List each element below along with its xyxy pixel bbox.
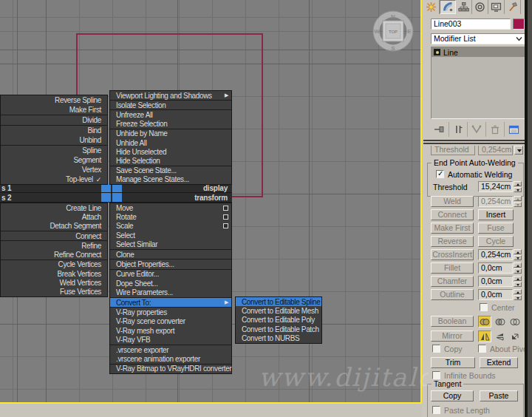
menu-item-v-ray-properties[interactable]: V-Ray properties — [110, 308, 231, 316]
settings-box-icon[interactable] — [223, 223, 228, 228]
modifier-list-dropdown[interactable]: Modifier List — [431, 33, 525, 44]
weld-button[interactable]: Weld — [431, 196, 474, 207]
menu-item-unfreeze-all[interactable]: Unfreeze All — [110, 110, 231, 119]
threshold-spinner[interactable] — [514, 181, 522, 192]
outline-button[interactable]: Outline — [431, 289, 474, 300]
viewcube-west-label[interactable]: W — [374, 28, 380, 35]
cycle-button[interactable]: Cycle — [478, 236, 514, 247]
viewcube[interactable]: N E S W TOP — [372, 10, 415, 52]
configure-modifier-sets-button[interactable] — [505, 122, 523, 137]
chamfer-button[interactable]: Chamfer — [431, 276, 474, 287]
fillet-spinner[interactable] — [514, 262, 522, 274]
menu-item-create-line[interactable]: Create Line — [1, 203, 107, 212]
mirror-button[interactable]: Mirror — [431, 330, 474, 342]
trim-button[interactable]: Trim — [431, 357, 475, 368]
menu-item-unhide-by-name[interactable]: Unhide by Name — [110, 129, 231, 138]
tab-modify[interactable] — [440, 0, 456, 14]
tab-display[interactable] — [488, 0, 505, 14]
modifier-stack-row-line[interactable]: Line — [432, 47, 525, 57]
menu-item-rotate[interactable]: Rotate — [110, 212, 231, 221]
menu-item-isolate-selection[interactable]: Isolate Selection — [110, 101, 231, 109]
paste-length-checkbox[interactable] — [432, 406, 440, 414]
boolean-subtract-button[interactable] — [494, 316, 507, 328]
menu-item-convert-to[interactable]: Convert To:▶ — [110, 298, 231, 307]
threshold-value-clipped[interactable]: 0,254cm — [478, 146, 513, 155]
remove-modifier-button[interactable] — [486, 122, 505, 137]
extend-button[interactable]: Extend — [480, 357, 518, 368]
menu-item-connect[interactable]: Connect — [1, 231, 107, 240]
menu-item-wire-parameters[interactable]: Wire Parameters... — [110, 288, 231, 297]
outline-field[interactable]: 0,0cm — [478, 289, 513, 300]
make-first-button[interactable]: Make First — [431, 223, 474, 234]
object-color-swatch[interactable] — [513, 18, 525, 30]
viewcube-east-label[interactable]: E — [407, 28, 412, 35]
boolean-union-button[interactable] — [478, 316, 491, 328]
menu-item-convert-to-editable-mesh[interactable]: Convert to Editable Mesh — [236, 306, 321, 315]
menu-item-v-ray-bitmap-to-vrayhdri-converter[interactable]: V-Ray Bitmap to VRayHDRI converter — [110, 365, 231, 373]
outline-spinner[interactable] — [514, 289, 522, 300]
menu-item-cycle-vertices[interactable]: Cycle Vertices — [1, 260, 107, 269]
menu-item-vertex[interactable]: Vertex — [1, 165, 107, 174]
menu-item-detach-segment[interactable]: Detach Segment — [1, 222, 107, 231]
viewcube-south-label[interactable]: S — [391, 45, 395, 52]
crossinsert-spinner[interactable] — [514, 249, 522, 260]
menu-item-clone[interactable]: Clone — [110, 250, 231, 259]
menu-item-bind[interactable]: Bind — [1, 126, 107, 135]
menu-item-divide[interactable]: Divide — [1, 115, 107, 125]
tab-motion[interactable] — [472, 0, 488, 14]
automatic-welding-checkbox[interactable] — [436, 170, 444, 178]
show-end-result-button[interactable] — [449, 122, 468, 137]
object-name-input[interactable]: Line003 — [431, 18, 511, 30]
connect-button[interactable]: Connect — [431, 209, 474, 220]
menu-item-convert-to-editable-patch[interactable]: Convert to Editable Patch — [236, 325, 321, 333]
mirror-vertical-button[interactable] — [494, 330, 507, 342]
make-unique-button[interactable] — [468, 122, 486, 137]
weld-threshold-spinner[interactable] — [514, 196, 522, 207]
center-checkbox[interactable] — [480, 303, 488, 311]
insert-button[interactable]: Insert — [478, 209, 514, 220]
boolean-button[interactable]: Boolean — [431, 316, 474, 327]
menu-item-break-vertices[interactable]: Break Vertices — [1, 269, 107, 278]
crossinsert-field[interactable]: 0,254cm — [478, 249, 513, 260]
menu-item-viewport-lighting-and-shadows[interactable]: Viewport Lighting and Shadows▶ — [110, 91, 231, 100]
viewcube-north-label[interactable]: N — [391, 13, 395, 20]
menu-item-refine[interactable]: Refine — [1, 241, 107, 250]
weld-threshold-field[interactable]: 0,254cm — [478, 196, 513, 207]
menu-item-refine-connect[interactable]: Refine Connect — [1, 250, 107, 259]
menu-item-manage-scene-states[interactable]: Manage Scene States... — [110, 175, 231, 184]
menu-item-make-first[interactable]: Make First — [1, 105, 107, 115]
about-pivot-checkbox[interactable] — [478, 345, 486, 353]
menu-item-segment[interactable]: Segment — [1, 155, 107, 165]
menu-item-select[interactable]: Select — [110, 231, 231, 240]
menu-item-convert-to-editable-poly[interactable]: Convert to Editable Poly — [236, 316, 321, 325]
fillet-button[interactable]: Fillet — [431, 262, 474, 274]
copy-checkbox[interactable] — [432, 345, 440, 353]
tab-hierarchy[interactable] — [456, 0, 472, 14]
menu-item-dope-sheet[interactable]: Dope Sheet... — [110, 279, 231, 288]
crossinsert-button[interactable]: CrossInsert — [431, 249, 474, 260]
tangent-copy-button[interactable]: Copy — [431, 390, 474, 401]
menu-item-save-scene-state[interactable]: Save Scene State... — [110, 166, 231, 175]
settings-box-icon[interactable] — [223, 214, 228, 220]
menu-item-vrscene-exporter[interactable]: .vrscene exporter — [110, 345, 231, 354]
mirror-horizontal-button[interactable] — [478, 330, 491, 342]
menu-item-v-ray-mesh-export[interactable]: V-Ray mesh export — [110, 326, 231, 335]
tab-utilities[interactable] — [505, 0, 521, 14]
menu-item-spline[interactable]: Spline — [1, 146, 107, 155]
menu-item-attach[interactable]: Attach — [1, 212, 107, 221]
menu-item-v-ray-vfb[interactable]: V-Ray VFB — [110, 335, 231, 344]
menu-item-fuse-vertices[interactable]: Fuse Vertices — [1, 288, 107, 296]
menu-item-curve-editor[interactable]: Curve Editor... — [110, 270, 231, 279]
infinite-bounds-checkbox[interactable] — [432, 371, 440, 379]
reverse-button[interactable]: Reverse — [431, 236, 474, 247]
menu-item-hide-unselected[interactable]: Hide Unselected — [110, 147, 231, 156]
menu-item-reverse-spline[interactable]: Reverse Spline — [1, 95, 107, 105]
pin-stack-button[interactable] — [431, 122, 449, 137]
fillet-field[interactable]: 0,0cm — [478, 262, 513, 274]
mirror-both-button[interactable] — [508, 330, 522, 342]
menu-item-convert-to-nurbs[interactable]: Convert to NURBS — [236, 334, 321, 343]
menu-item-scale[interactable]: Scale — [110, 222, 231, 231]
spinner-down-button[interactable] — [514, 146, 523, 155]
menu-item-freeze-selection[interactable]: Freeze Selection — [110, 120, 231, 129]
menu-item-weld-vertices[interactable]: Weld Vertices — [1, 278, 107, 287]
